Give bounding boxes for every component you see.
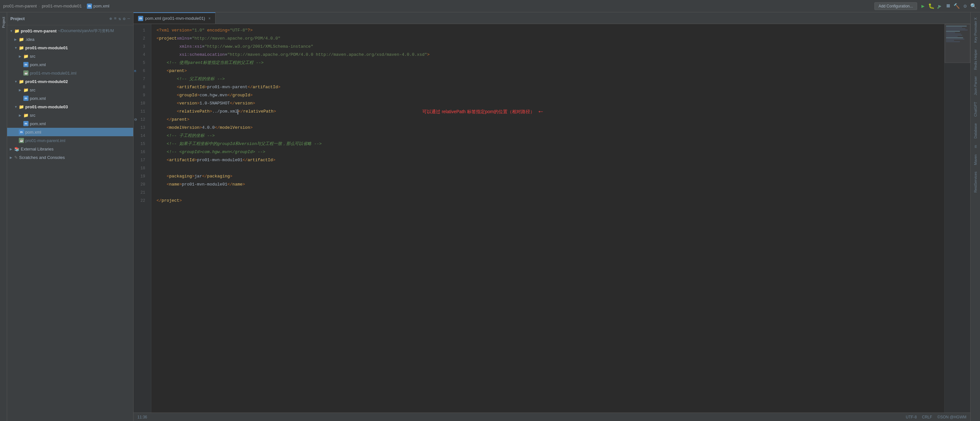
add-configuration-button[interactable]: Add Configuration...: [874, 2, 917, 10]
maven-file-icon-pom-root: m: [19, 129, 24, 135]
sidebar-header: Project ⊕ ≡ ⇅ ⚙ —: [7, 12, 133, 25]
line-num-1: 1: [134, 27, 148, 35]
breadcrumb: pro01-mvn-parent › pro01-mvn-module01 › …: [3, 3, 109, 9]
line-num-22: 22: [134, 197, 148, 205]
tree-item-iml-root[interactable]: ☕ pro01-mvn-parent.iml: [7, 136, 133, 145]
folder-icon-idea: 📁: [19, 37, 24, 42]
chatgpt-tab[interactable]: ChatGPT: [972, 99, 979, 120]
run-icon[interactable]: ▶: [920, 3, 926, 10]
tree-item-idea[interactable]: ▶ 📁 .idea: [7, 35, 133, 43]
line-num-19: 19: [134, 172, 148, 181]
stop-icon[interactable]: ⏹: [945, 3, 951, 10]
tree-item-module03[interactable]: ▼ 📁 pro01-mvn-module03: [7, 102, 133, 111]
build-icon[interactable]: 🔨: [953, 3, 960, 10]
code-line-15: <!-- 如果子工程坐标中的groupId和version与父工程一致，那么可以…: [156, 140, 939, 148]
search-everywhere-icon[interactable]: 🔍: [970, 3, 977, 10]
code-line-8: <artifactId>pro01-mvn-parent</artifactId…: [156, 83, 939, 91]
key-promoter-tab[interactable]: Key Promoter X: [972, 15, 979, 45]
tree-arrow-src03: ▶: [19, 113, 23, 117]
folder-icon-src03: 📁: [23, 113, 29, 118]
editor-tab-pom[interactable]: m pom.xml (pro01-mvn-module01) ×: [134, 12, 215, 24]
tree-arrow-module02: ▼: [14, 80, 19, 83]
minimap-line-9: [946, 36, 958, 37]
folder-icon-root: 📁: [14, 29, 19, 33]
breadcrumb-file[interactable]: m pom.xml: [87, 3, 109, 9]
tree-item-pom02[interactable]: m pom.xml: [7, 94, 133, 102]
editor-area: m pom.xml (pro01-mvn-module01) × 1 2 3 4…: [134, 12, 970, 421]
tree-item-pom03[interactable]: m pom.xml: [7, 120, 133, 128]
tree-arrow-scratches: ▶: [10, 156, 14, 159]
tree-item-pom01[interactable]: m pom.xml: [7, 60, 133, 69]
code-line-3: xmlns:xsi="http://www.w3.org/2001/XMLSch…: [156, 43, 939, 51]
status-line-sep[interactable]: CRLF: [922, 415, 932, 419]
minimap-line-11: [946, 38, 964, 40]
locate-file-icon[interactable]: ⊕: [110, 16, 112, 21]
tree-label-iml01: pro01-mvn-module01.iml: [30, 71, 76, 76]
tree-label-idea: .idea: [25, 37, 34, 42]
breadcrumb-root[interactable]: pro01-mvn-parent: [3, 3, 37, 8]
settings-icon[interactable]: ⚙: [962, 3, 968, 10]
line-num-9: 9: [134, 91, 148, 100]
expand-all-icon[interactable]: ⇅: [119, 16, 121, 21]
maven-file-icon-pom03: m: [23, 121, 29, 126]
main-layout: Project Project ⊕ ≡ ⇅ ⚙ — ▼ 📁 pro01-mvn-…: [0, 12, 980, 421]
tree-item-ext-libs[interactable]: ▶ 📚 External Libraries: [7, 145, 133, 153]
tree-item-root[interactable]: ▼ 📁 pro01-mvn-parent ~/Documents/yanAn/学…: [7, 27, 133, 35]
tree-label-scratches: Scratches and Consoles: [19, 155, 65, 160]
folder-icon-src01: 📁: [23, 54, 29, 59]
minimap-line-5: [946, 31, 960, 32]
tree-item-src03[interactable]: ▶ 📁 src: [7, 111, 133, 120]
iml-file-icon-01: ☕: [23, 70, 29, 76]
tree-item-scratches[interactable]: ▶ ✎ Scratches and Consoles: [7, 153, 133, 161]
m-tab[interactable]: m: [972, 142, 979, 150]
debug-icon[interactable]: 🐛: [928, 3, 935, 10]
minimap-line-6: [946, 32, 955, 33]
line-num-18: 18: [134, 164, 148, 172]
tree-label-iml-root: pro01-mvn-parent.iml: [25, 138, 65, 143]
folder-icon-src02: 📁: [23, 88, 29, 92]
minimap-line-12: [946, 40, 954, 41]
maven-tab[interactable]: Maven: [972, 152, 979, 168]
breadcrumb-module[interactable]: pro01-mvn-module01: [42, 3, 82, 8]
tree-item-pom-root[interactable]: m pom.xml: [7, 128, 133, 136]
line-num-17: 17: [134, 156, 148, 164]
tree-item-src02[interactable]: ▶ 📁 src: [7, 86, 133, 94]
status-bar: 11:36 UTF-8 CRLF ©SON @HGWM: [134, 413, 970, 421]
tree-label-src02: src: [30, 88, 35, 92]
code-line-21: [156, 189, 939, 197]
tree-item-module02[interactable]: ▼ 📁 pro01-mvn-module02: [7, 77, 133, 86]
tree-path-root: ~/Documents/yanAn/学习资料/M: [58, 28, 114, 34]
tree-item-module01[interactable]: ▼ 📁 pro01-mvn-module01: [7, 43, 133, 52]
project-tab[interactable]: Project: [1, 15, 6, 30]
tab-maven-icon: m: [138, 16, 143, 21]
tree-item-iml01[interactable]: ☕ pro01-mvn-module01.iml: [7, 69, 133, 77]
rest-services-tab[interactable]: RestServices: [972, 169, 979, 195]
tab-label: pom.xml (pro01-mvn-module01): [145, 16, 205, 21]
json-parser-tab[interactable]: Json Parser: [972, 73, 979, 98]
tree-item-src01[interactable]: ▶ 📁 src: [7, 52, 133, 60]
line-numbers: 1 2 3 4 5 m 6 7 8 9 10 11 ⊖ 12 13 14: [134, 24, 151, 413]
breadcrumb-sep-1: ›: [38, 4, 40, 8]
folder-icon-module03: 📁: [19, 104, 24, 109]
right-panel: Key Promoter X Redis Helper Json Parser …: [970, 12, 980, 421]
tree-arrow-root: ▼: [10, 29, 14, 33]
line-num-20: 20: [134, 181, 148, 189]
code-line-11: <relativePath>../pom.xml</relativePath> …: [156, 108, 939, 116]
line-num-16: 16: [134, 148, 148, 156]
redis-helper-tab[interactable]: Redis Helper: [972, 47, 979, 73]
code-editor[interactable]: <?xml version="1.0" encoding="UTF-8"?> <…: [151, 24, 944, 413]
status-encoding[interactable]: UTF-8: [906, 415, 917, 419]
folder-icon-module02: 📁: [19, 79, 24, 84]
collapse-all-icon[interactable]: ≡: [114, 16, 117, 21]
minimap-line-10: [946, 37, 963, 38]
minimize-sidebar-icon[interactable]: —: [127, 16, 130, 21]
project-sidebar: Project ⊕ ≡ ⇅ ⚙ — ▼ 📁 pro01-mvn-parent ~…: [7, 12, 134, 421]
database-tab[interactable]: Database: [972, 121, 979, 141]
tab-close-button[interactable]: ×: [208, 16, 211, 21]
left-tab-bar: Project: [0, 12, 7, 421]
settings-sidebar-icon[interactable]: ⚙: [123, 16, 126, 21]
line-num-21: 21: [134, 189, 148, 197]
code-line-19: <packaging>jar</packaging>: [156, 172, 939, 181]
minimap-content: [945, 24, 970, 44]
code-line-9: <groupId>com.hgw.mvn</groupId>: [156, 91, 939, 100]
